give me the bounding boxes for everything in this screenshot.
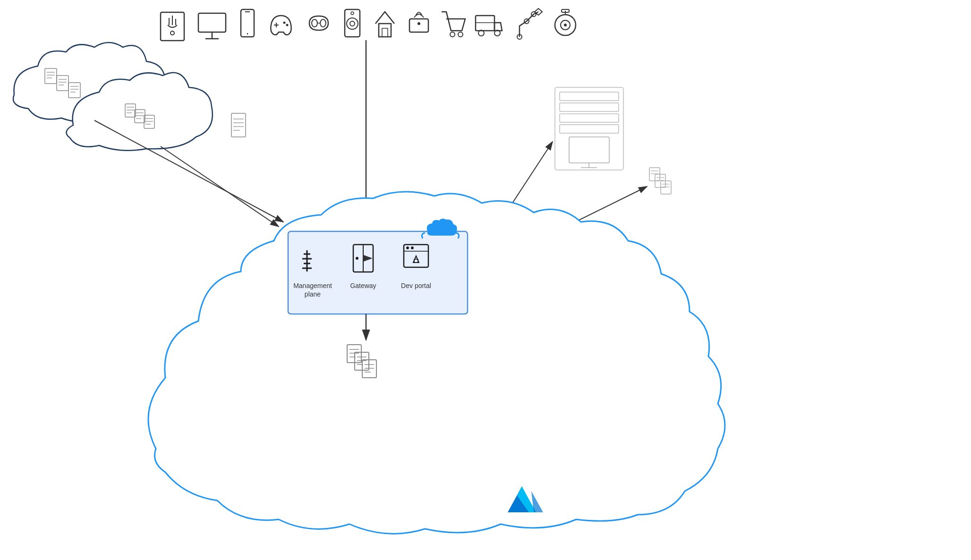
gateway-label: Gateway [350, 282, 376, 289]
svg-point-17 [350, 21, 355, 26]
management-plane-label: Management [293, 282, 332, 289]
speaker-icon [345, 9, 360, 37]
dev-portal-label: Dev portal [401, 282, 431, 289]
diagram-container: Management plane Gateway Dev portal [0, 0, 971, 560]
monitor-icon [198, 13, 226, 39]
shopping-cart-icon [442, 12, 465, 37]
svg-rect-20 [382, 28, 388, 37]
svg-point-1 [170, 31, 174, 35]
phone-icon [241, 9, 254, 37]
svg-point-36 [564, 24, 567, 26]
security-camera-icon [555, 9, 576, 35]
svg-point-16 [347, 18, 358, 29]
svg-rect-5 [241, 9, 254, 37]
datacenter-box [555, 87, 623, 170]
svg-rect-90 [288, 231, 468, 314]
svg-rect-21 [409, 19, 428, 32]
management-plane-label2: plane [305, 290, 321, 298]
apim-center-box: Management plane Gateway Dev portal [288, 231, 468, 314]
svg-rect-25 [476, 16, 494, 31]
wifi-device-icon [409, 12, 428, 32]
svg-point-18 [351, 12, 354, 15]
svg-rect-19 [379, 24, 391, 37]
svg-point-23 [450, 32, 455, 37]
svg-point-13 [320, 19, 326, 27]
game-controller-icon [271, 16, 291, 35]
vr-headset-icon [309, 16, 328, 30]
svg-point-10 [283, 22, 286, 24]
svg-point-99 [356, 257, 358, 260]
svg-point-103 [411, 246, 414, 249]
svg-point-12 [312, 19, 317, 27]
svg-rect-71 [555, 87, 623, 170]
right-docs [649, 168, 671, 194]
svg-rect-2 [198, 13, 226, 32]
delivery-truck-icon [476, 16, 502, 36]
svg-point-22 [417, 22, 420, 25]
svg-line-70 [161, 146, 279, 227]
robot-arm-icon [517, 8, 542, 39]
svg-rect-64 [231, 113, 246, 137]
home-icon [375, 12, 394, 37]
touch-screen-icon [161, 12, 184, 41]
svg-point-11 [286, 24, 289, 26]
svg-point-102 [406, 246, 409, 249]
svg-point-24 [458, 32, 463, 37]
